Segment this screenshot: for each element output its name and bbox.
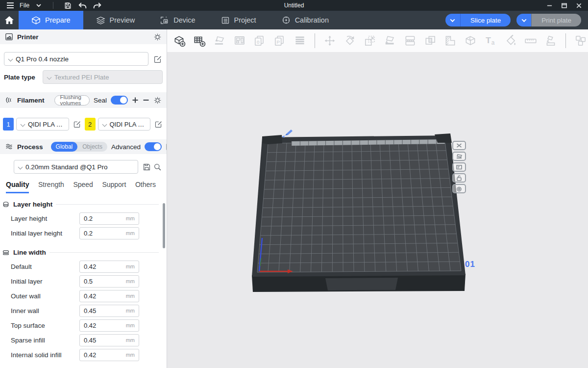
- outer-wall-line-width-input[interactable]: 0.42 mm: [79, 290, 139, 302]
- chevron-down-icon: [18, 164, 23, 169]
- hamburger-menu-icon[interactable]: [5, 1, 16, 10]
- plate-name-edit-icon[interactable]: [282, 127, 294, 140]
- move-icon: [322, 33, 337, 48]
- filament-slot-2-badge[interactable]: 2: [85, 118, 96, 131]
- slice-options-chevron-icon[interactable]: [445, 14, 460, 26]
- orient-plate-button[interactable]: [452, 152, 466, 161]
- lay-on-face-icon: [383, 33, 397, 48]
- settings-scrollbar[interactable]: [163, 203, 165, 248]
- tab-quality[interactable]: Quality: [6, 181, 29, 193]
- process-section-header: Process Global Objects Advanced: [0, 139, 167, 154]
- tab-preview[interactable]: Preview: [83, 11, 148, 29]
- line-width-icon: [2, 249, 10, 256]
- filament-icon: [5, 96, 13, 104]
- cut-icon: [403, 33, 417, 48]
- undo-icon[interactable]: [77, 1, 88, 10]
- remove-filament-button[interactable]: [143, 95, 149, 105]
- viewport-toolbar: 0PTa: [167, 29, 588, 52]
- lock-plate-button[interactable]: [452, 173, 466, 183]
- setting-row: Top surface 0.42 mm: [0, 318, 167, 333]
- edit-printer-icon[interactable]: [152, 53, 163, 64]
- sparse-infill-line-width-input[interactable]: 0.45 mm: [79, 334, 139, 346]
- filament-settings-gear-icon[interactable]: [153, 96, 162, 105]
- print-plate-button[interactable]: Print plate: [516, 14, 581, 26]
- setting-row: Sparse infill 0.45 mm: [0, 333, 167, 347]
- add-model-icon[interactable]: [172, 33, 187, 48]
- tab-support[interactable]: Support: [102, 181, 126, 193]
- slice-plate-button[interactable]: Slice plate: [445, 14, 511, 26]
- initial-layer-height-input[interactable]: 0.2 mm: [79, 227, 139, 239]
- search-preset-icon[interactable]: [152, 161, 163, 172]
- arrange-plate-button[interactable]: [452, 162, 466, 172]
- plate-type-combo[interactable]: Textured PEI Plate: [43, 70, 163, 84]
- inner-wall-line-width-input[interactable]: 0.45 mm: [79, 305, 139, 317]
- rotate-icon: [343, 33, 357, 48]
- measure-icon: [523, 33, 538, 48]
- printer-preset-combo[interactable]: Q1 Pro 0.4 nozzle: [4, 52, 148, 66]
- advanced-toggle[interactable]: [145, 142, 162, 151]
- scope-global[interactable]: Global: [51, 142, 78, 152]
- mesh-boolean-icon: [423, 33, 438, 48]
- scope-objects[interactable]: Objects: [77, 142, 107, 152]
- setting-row: Default 0.42 mm: [0, 259, 167, 274]
- add-filament-button[interactable]: [132, 95, 139, 105]
- seal-toggle[interactable]: [111, 96, 128, 105]
- default-line-width-input[interactable]: 0.42 mm: [79, 261, 139, 273]
- top-surface-line-width-input[interactable]: 0.42 mm: [79, 319, 139, 332]
- add-plate-icon[interactable]: [192, 33, 207, 48]
- printer-settings-gear-icon[interactable]: [153, 33, 162, 41]
- minimize-button[interactable]: [544, 1, 555, 10]
- home-button[interactable]: [0, 11, 19, 29]
- chevron-down-icon: [8, 56, 13, 61]
- filament-1-combo[interactable]: QIDI PLA Rapido: [16, 118, 69, 131]
- edit-filament-2-icon[interactable]: [153, 119, 164, 130]
- plate-settings-button[interactable]: [452, 184, 466, 193]
- tab-others[interactable]: Others: [135, 181, 156, 193]
- split-objects-icon: 0: [252, 33, 267, 48]
- print-options-chevron-icon[interactable]: [516, 14, 531, 26]
- auto-orient-icon: [212, 33, 227, 48]
- filament-2-combo[interactable]: QIDI PLA Rapido M...: [98, 118, 151, 131]
- fix-model-icon: [463, 33, 478, 48]
- chevron-down-icon: [102, 122, 107, 127]
- setting-row: Outer wall 0.42 mm: [0, 289, 167, 303]
- filament-slot-1-badge[interactable]: 1: [3, 118, 14, 131]
- filament-section-header: Filament Flushing volumes Seal: [0, 92, 167, 108]
- svg-text:T: T: [486, 35, 491, 45]
- process-preset-combo[interactable]: 0.20mm Standard @Q1 Pro: [14, 160, 138, 174]
- build-plate[interactable]: [167, 52, 550, 368]
- tab-speed[interactable]: Speed: [73, 181, 93, 193]
- assembly-icon: [573, 33, 588, 48]
- svg-text:P: P: [276, 39, 280, 45]
- seal-label: Seal: [94, 97, 107, 104]
- advanced-label: Advanced: [111, 143, 141, 151]
- delete-plate-button[interactable]: [452, 141, 466, 150]
- variable-layer-height-icon: [293, 33, 307, 48]
- viewport-3d[interactable]: 01: [167, 52, 588, 368]
- save-preset-icon[interactable]: [141, 161, 152, 172]
- tab-device[interactable]: Device: [147, 11, 208, 29]
- tab-prepare[interactable]: Prepare: [19, 11, 83, 29]
- setting-row: Internal solid infill 0.42 mm: [0, 347, 167, 362]
- initial-layer-line-width-input[interactable]: 0.5 mm: [79, 275, 139, 288]
- close-button[interactable]: [573, 1, 584, 10]
- chevron-down-icon[interactable]: [33, 1, 44, 10]
- seam-paint-icon: [543, 33, 558, 48]
- tab-project[interactable]: Project: [208, 11, 269, 29]
- file-menu[interactable]: File: [20, 2, 29, 9]
- edit-filament-1-icon[interactable]: [72, 119, 82, 130]
- split-parts-icon: P: [272, 33, 287, 48]
- main-tab-bar: Prepare Preview Device Project Calibrati…: [0, 11, 588, 29]
- layer-height-input[interactable]: 0.2 mm: [79, 212, 139, 225]
- flushing-volumes-button[interactable]: Flushing volumes: [54, 95, 90, 105]
- setting-row: Layer height 0.2 mm: [0, 211, 167, 226]
- tab-calibration[interactable]: Calibration: [269, 11, 342, 29]
- maximize-button[interactable]: [559, 1, 569, 10]
- tab-strength[interactable]: Strength: [38, 181, 64, 193]
- sidebar-settings-panel: Printer Q1 Pro 0.4 nozzle Plate type Tex…: [0, 29, 167, 368]
- internal-solid-infill-line-width-input[interactable]: 0.42 mm: [79, 349, 139, 361]
- layer-height-group-header: Layer height: [0, 196, 167, 211]
- process-scope-toggle[interactable]: Global Objects: [51, 142, 107, 152]
- save-icon[interactable]: [62, 1, 73, 10]
- redo-icon[interactable]: [92, 1, 102, 10]
